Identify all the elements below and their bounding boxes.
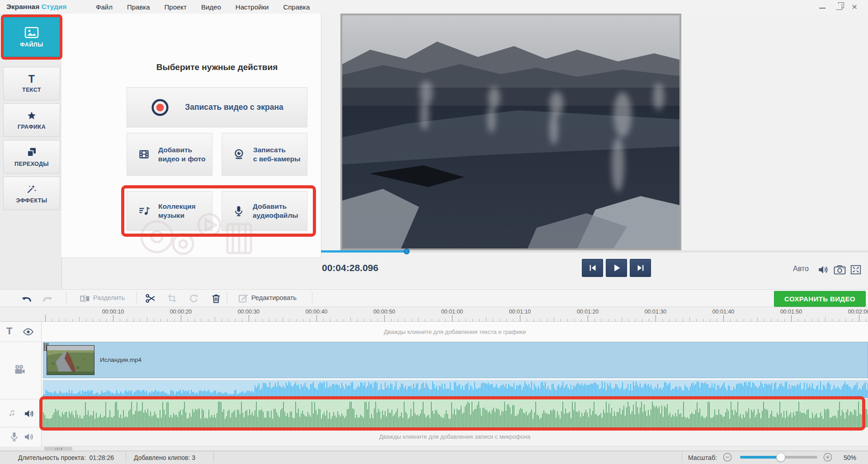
track-headers: T ♫ [0,322,42,446]
menu-edit[interactable]: Правка [127,3,150,11]
video-track-header [0,342,41,399]
undo-icon[interactable] [20,293,33,304]
timeline-scrollbar[interactable] [0,446,868,451]
split-label[interactable]: Разделить [93,294,125,301]
crop-icon[interactable] [167,293,177,304]
edit-icon[interactable] [238,293,249,304]
zoom-label: Масштаб: [688,454,717,461]
title-bar: Экранная Студия Файл Правка Проект Видео… [0,0,868,14]
actions-title: Выберите нужные действия [118,62,316,72]
clips-count-value: 3 [192,454,195,461]
minimize-icon[interactable] [819,8,826,9]
music-note-icon: ♫ [8,407,15,418]
image-icon [24,27,39,38]
restore-icon[interactable] [836,4,842,10]
playback-controls [582,259,651,277]
star-icon [27,111,37,121]
eye-icon[interactable] [23,326,34,337]
preview-progress-fill [321,250,407,253]
sidebar-item-transitions[interactable]: ПЕРЕХОДЫ [3,140,60,173]
scissors-icon[interactable] [145,293,156,304]
status-separator [213,453,214,462]
magic-wand-icon [26,183,37,194]
project-duration-label: Длительность проекта: 01:28:26 [18,454,114,461]
toolbar-separator [227,292,227,304]
film-icon [138,148,150,160]
video-audio-waveform[interactable] [43,380,868,398]
ruler-label: 00:01:00 [441,309,463,315]
text-track[interactable]: Дважды кликните для добавления текста и … [42,322,868,342]
preview-progress-handle[interactable] [404,248,410,254]
music-volume-icon[interactable] [24,408,35,419]
menu-file[interactable]: Файл [96,3,113,11]
sidebar-item-graphics[interactable]: ГРАФИКА [3,103,60,137]
close-icon[interactable]: × [852,0,857,13]
split-icon[interactable] [80,293,90,304]
ruler-label: 00:01:40 [712,309,735,315]
mic-volume-icon[interactable] [24,431,34,442]
trash-icon[interactable] [211,293,222,304]
zoom-out-icon[interactable] [722,452,732,462]
toolbar-separator [66,292,66,304]
redo-icon[interactable] [42,293,54,304]
fullscreen-icon[interactable] [850,264,862,276]
clip-name: Исландия.mp4 [100,356,142,363]
ruler-label: 00:01:20 [577,309,599,315]
project-duration-value: 01:28:26 [90,454,114,461]
sidebar-item-files[interactable]: ФАЙЛЫ [3,17,60,57]
save-video-button[interactable]: СОХРАНИТЬ ВИДЕО [774,291,866,307]
sidebar-item-effects[interactable]: ЭФФЕКТЫ [3,177,60,210]
play-button[interactable] [606,259,627,277]
snapshot-camera-icon[interactable] [834,264,846,276]
menu-settings[interactable]: Настройки [236,3,269,11]
menu-video[interactable]: Видео [201,3,221,11]
mic-track-header [0,427,41,446]
sidebar-item-text[interactable]: T ТЕКСТ [3,67,60,100]
menu-project[interactable]: Проект [165,3,187,11]
clip-thumbnail [47,345,94,375]
record-icon [151,98,170,117]
edit-toolbar [0,289,868,307]
toolbar-separator [137,292,137,304]
timeline-scrollbar-handle[interactable] [44,447,72,450]
next-frame-button[interactable] [630,259,651,277]
rotate-icon[interactable] [189,293,199,304]
movie-camera-icon [14,364,26,376]
toolbar-separator [312,292,312,304]
app-logo: Экранная Студия [6,3,66,11]
text-track-header: T [0,322,41,342]
ruler-label: 00:01:50 [780,309,802,315]
ruler-label: 00:01:10 [509,309,531,315]
status-separator [682,453,682,462]
video-frame-content [342,15,679,248]
ruler-label: 00:00:50 [373,309,396,315]
status-bar [0,451,868,464]
record-screen-button[interactable]: Записать видео с экрана [127,87,307,127]
ruler-label: 00:01:30 [645,309,667,315]
record-webcam-button[interactable]: Записатьс веб-камеры [222,133,307,176]
music-track-header: ♫ [0,399,41,427]
ruler-label: 00:00:40 [306,309,328,315]
edit-label[interactable]: Редактировать [251,294,297,301]
playback-timestamp: 00:04:28.096 [322,262,378,273]
ruler-label: 00:00:10 [102,309,124,315]
auto-quality-label[interactable]: Авто [793,265,809,273]
video-clip[interactable] [43,342,868,378]
ruler-ticks [42,315,868,322]
mic-track-icon [9,431,19,442]
watermark-decoration [129,207,264,257]
ruler-label: 00:02:00 [848,309,868,315]
speaker-icon[interactable] [817,264,829,276]
menu-help[interactable]: Справка [283,3,310,11]
zoom-slider-fill [740,456,781,459]
add-video-photo-button[interactable]: Добавитьвидео и фото [127,133,212,176]
previous-frame-button[interactable] [582,259,603,277]
music-waveform[interactable] [43,399,868,427]
zoom-slider-handle[interactable] [776,453,785,462]
clips-count-label: Добавлено клипов: 3 [134,454,195,461]
layers-icon [26,147,37,158]
text-icon: T [28,75,35,84]
mic-track[interactable]: Дважды кликните для добавления записи с … [42,427,868,446]
zoom-in-icon[interactable] [823,452,833,462]
webcam-icon [233,148,245,160]
